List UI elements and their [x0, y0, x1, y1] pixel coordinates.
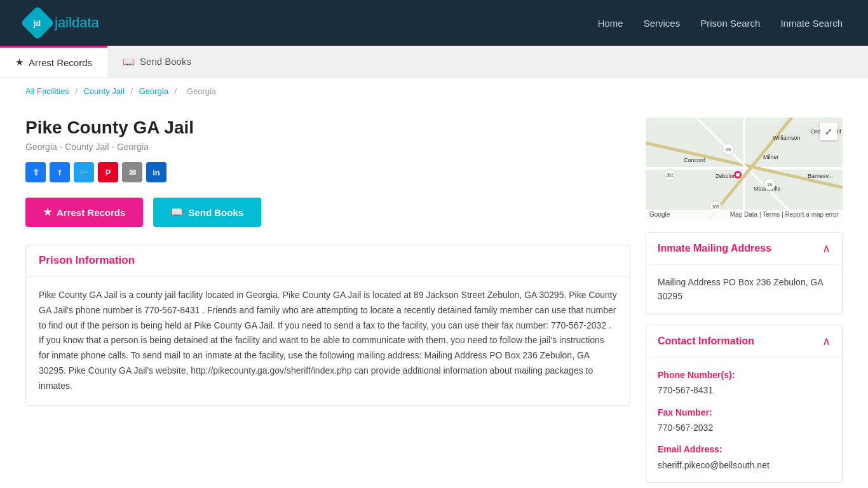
- main-content: Pike County GA Jail Georgia - County Jai…: [0, 105, 868, 488]
- social-email-btn[interactable]: ✉: [122, 162, 142, 182]
- prison-info-title: Prison Information: [39, 254, 617, 267]
- social-bar: ⇧ f 🐦 P ✉ in: [25, 162, 630, 182]
- breadcrumb-all-facilities[interactable]: All Facilities: [25, 86, 69, 96]
- contact-info-body: Phone Number(s): 770-567-8431 Fax Number…: [646, 358, 842, 482]
- action-buttons: ★ Arrest Records 📖 Send Books: [25, 198, 630, 227]
- google-logo: Google: [649, 211, 670, 218]
- svg-text:Concord: Concord: [684, 157, 705, 163]
- contact-info-header: Contact Information ∧: [646, 325, 842, 358]
- site-header: jd jaildata Home Services Prison Search …: [0, 0, 868, 46]
- email-label: Email Address:: [658, 442, 831, 456]
- svg-text:Barnesv...: Barnesv...: [808, 173, 833, 179]
- phone-label: Phone Number(s):: [658, 368, 831, 382]
- star-icon: ★: [15, 57, 24, 68]
- svg-text:362: 362: [666, 173, 674, 177]
- fax-value: 770-567-2032: [658, 421, 831, 435]
- map-footer: Google Map Data | Terms | Report a map e…: [646, 210, 843, 219]
- map-expand-button[interactable]: ⤢: [820, 123, 837, 140]
- prison-info-header: Prison Information: [26, 245, 630, 276]
- svg-point-22: [736, 173, 740, 177]
- book-icon-btn: 📖: [171, 207, 183, 218]
- svg-text:109: 109: [712, 205, 719, 209]
- inmate-mailing-toggle[interactable]: ∧: [822, 241, 831, 255]
- svg-text:18: 18: [767, 182, 772, 187]
- prison-info-body: Pike County GA Jail is a county jail fac…: [26, 276, 630, 405]
- phone-value: 770-567-8431: [658, 383, 831, 397]
- sidebar: Concord Zebulon Milner Meansville Barnes…: [646, 118, 843, 488]
- contact-info-title: Contact Information: [658, 336, 754, 347]
- svg-text:19: 19: [726, 147, 731, 152]
- logo-text: jaildata: [55, 15, 99, 31]
- inmate-mailing-header: Inmate Mailing Address ∧: [646, 233, 842, 265]
- social-facebook-btn[interactable]: f: [50, 162, 70, 182]
- nav-home[interactable]: Home: [598, 18, 623, 29]
- logo[interactable]: jd jaildata: [25, 11, 99, 35]
- fax-label: Fax Number:: [658, 405, 831, 419]
- inmate-mailing-card: Inmate Mailing Address ∧ Mailing Address…: [646, 232, 843, 315]
- page-title: Pike County GA Jail: [25, 118, 630, 138]
- main-nav: Home Services Prison Search Inmate Searc…: [598, 18, 843, 29]
- subnav-send-books[interactable]: 📖 Send Books: [107, 46, 207, 77]
- social-linkedin-btn[interactable]: in: [146, 162, 166, 182]
- inmate-mailing-body: Mailing Address PO Box 236 Zebulon, GA 3…: [646, 265, 842, 314]
- arrest-records-button[interactable]: ★ Arrest Records: [25, 198, 143, 227]
- content-area: Pike County GA Jail Georgia - County Jai…: [25, 118, 630, 488]
- svg-text:Zebulon: Zebulon: [715, 173, 736, 179]
- nav-prison-search[interactable]: Prison Search: [700, 18, 760, 29]
- email-value: sheriff.pikeco@bellsouth.net: [658, 458, 831, 472]
- star-icon-btn: ★: [43, 207, 51, 218]
- breadcrumb-georgia[interactable]: Georgia: [139, 86, 168, 96]
- send-books-button[interactable]: 📖 Send Books: [153, 198, 261, 227]
- page-subtitle: Georgia - County Jail - Georgia: [25, 142, 630, 152]
- breadcrumb: All Facilities / County Jail / Georgia /…: [0, 78, 868, 105]
- prison-info-box: Prison Information Pike County GA Jail i…: [25, 245, 630, 406]
- breadcrumb-county-jail[interactable]: County Jail: [84, 86, 125, 96]
- contact-info-card: Contact Information ∧ Phone Number(s): 7…: [646, 325, 843, 483]
- breadcrumb-current: Georgia: [187, 86, 216, 96]
- map-svg: Concord Zebulon Milner Meansville Barnes…: [646, 118, 843, 219]
- inmate-mailing-title: Inmate Mailing Address: [658, 243, 771, 254]
- subnav-bar: ★ Arrest Records 📖 Send Books: [0, 46, 868, 78]
- nav-services[interactable]: Services: [644, 18, 681, 29]
- map-container: Concord Zebulon Milner Meansville Barnes…: [646, 118, 843, 219]
- social-share-btn[interactable]: ⇧: [25, 162, 46, 182]
- subnav-arrest-records[interactable]: ★ Arrest Records: [0, 46, 107, 77]
- nav-inmate-search[interactable]: Inmate Search: [780, 18, 843, 29]
- book-icon: 📖: [123, 56, 135, 67]
- svg-text:Williamson: Williamson: [773, 135, 801, 141]
- contact-info-toggle[interactable]: ∧: [822, 334, 831, 348]
- social-pinterest-btn[interactable]: P: [98, 162, 118, 182]
- social-twitter-btn[interactable]: 🐦: [74, 162, 94, 182]
- logo-icon: jd: [20, 6, 55, 40]
- expand-icon: ⤢: [825, 126, 832, 137]
- svg-text:Milner: Milner: [763, 154, 779, 160]
